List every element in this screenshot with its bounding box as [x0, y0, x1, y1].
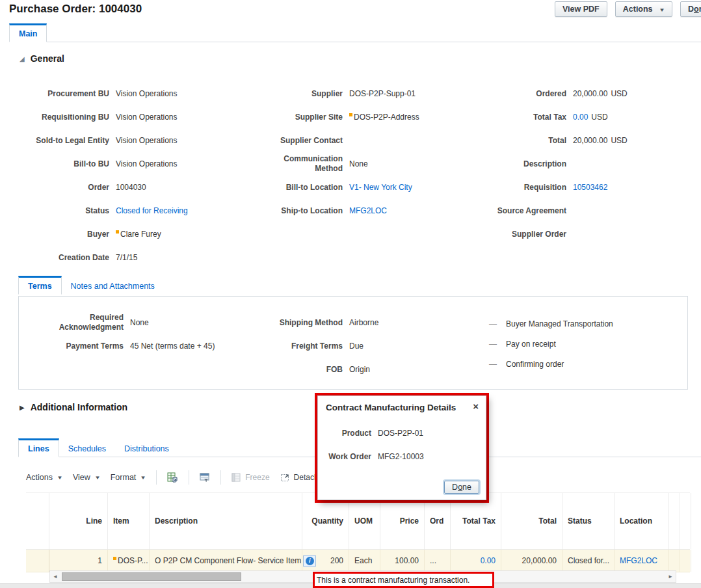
- cell-total: 20,000.00: [501, 550, 562, 572]
- close-icon[interactable]: ×: [473, 401, 479, 411]
- field-status: Status Closed for Receiving: [18, 199, 188, 222]
- actions-label: Actions: [623, 5, 653, 14]
- field-label: Total Tax: [475, 113, 573, 122]
- scroll-right-arrow-icon[interactable]: ►: [665, 571, 676, 582]
- page-title: Purchase Order: 1004030: [9, 3, 142, 16]
- lines-format-menu[interactable]: Format ▼: [111, 473, 146, 482]
- field-label: Requisition: [475, 183, 573, 193]
- detach-button[interactable]: Detach: [280, 473, 319, 482]
- field-label: Payment Terms: [25, 341, 130, 351]
- tab-distributions[interactable]: Distributions: [115, 440, 178, 457]
- field-label: Supplier Site: [258, 113, 349, 122]
- query-by-example-button[interactable]: [200, 473, 210, 483]
- general-section-toggle[interactable]: ◢ General: [20, 53, 64, 64]
- terms-column-2: Shipping Method Airborne Freight Terms D…: [258, 311, 378, 381]
- changed-indicator: [116, 230, 119, 234]
- field-label: Ship-to Location: [258, 206, 349, 216]
- terms-tabbar: Terms Notes and Attachments: [18, 276, 688, 294]
- lines-view-menu[interactable]: View ▼: [73, 473, 100, 482]
- col-header-description[interactable]: Description: [150, 493, 302, 549]
- additional-info-toggle[interactable]: ▶ Additional Information: [20, 402, 127, 412]
- field-value: DOS-P2P-Address: [354, 113, 419, 122]
- field-label: Sold-to Legal Entity: [18, 136, 116, 146]
- cell-ord: ...: [425, 550, 451, 572]
- col-header-item[interactable]: Item: [108, 493, 150, 549]
- chevron-down-icon: ▼: [659, 7, 665, 13]
- changed-indicator: [113, 557, 116, 560]
- tab-terms[interactable]: Terms: [18, 276, 62, 295]
- field-label: Shipping Method: [258, 318, 349, 328]
- checkbox-label: Pay on receipt: [506, 340, 556, 349]
- field-supplier: Supplier DOS-P2P-Supp-01: [258, 82, 419, 105]
- col-header-total[interactable]: Total: [501, 493, 562, 549]
- export-to-excel-button[interactable]: [167, 472, 178, 483]
- view-pdf-label: View PDF: [562, 5, 600, 14]
- field-label: Procurement BU: [18, 89, 116, 99]
- chevron-down-icon: ▼: [94, 475, 101, 481]
- bill-to-location-link[interactable]: V1- New York City: [349, 183, 412, 192]
- field-description: Description: [475, 152, 628, 176]
- field-value: 1004030: [116, 183, 146, 192]
- status-link[interactable]: Closed for Receiving: [116, 206, 188, 215]
- field-value: 45 Net (terms date + 45): [130, 341, 215, 351]
- tab-schedules[interactable]: Schedules: [59, 440, 115, 457]
- field-value: MFG2-10003: [378, 452, 424, 461]
- requisition-link[interactable]: 10503462: [573, 183, 607, 192]
- lines-actions-menu[interactable]: Actions ▼: [26, 473, 62, 482]
- field-ship-to-location: Ship-to Location MFG2LOC: [258, 199, 419, 222]
- field-label: Supplier Order: [475, 230, 573, 239]
- field-label: Bill-to Location: [258, 183, 349, 193]
- actions-menu-button[interactable]: Actions ▼: [615, 1, 672, 17]
- general-heading: General: [31, 53, 64, 64]
- scrollbar-thumb[interactable]: [62, 572, 241, 581]
- field-label: Ordered: [475, 89, 573, 99]
- freeze-button: Freeze: [231, 473, 269, 482]
- currency-code: USD: [611, 136, 627, 145]
- tab-lines[interactable]: Lines: [18, 438, 59, 457]
- field-communication-method: Communication Method None: [258, 152, 419, 176]
- terms-column-1: Required Acknowledgment None Payment Ter…: [25, 311, 215, 358]
- field-label: FOB: [258, 365, 349, 375]
- done-button[interactable]: Done: [680, 1, 701, 17]
- view-pdf-button[interactable]: View PDF: [555, 1, 607, 17]
- field-procurement-bu: Procurement BU Vision Operations: [18, 82, 188, 105]
- row-selector-cell[interactable]: [26, 550, 49, 572]
- row-location-link[interactable]: MFG2LOC: [620, 556, 657, 565]
- row-total-tax-link[interactable]: 0.00: [481, 556, 496, 565]
- ship-to-location-link[interactable]: MFG2LOC: [349, 206, 387, 215]
- field-label: Communication Method: [258, 154, 349, 174]
- cell-line: 1: [49, 550, 108, 572]
- changed-indicator: [349, 113, 352, 116]
- popup-done-button[interactable]: Done: [444, 481, 479, 494]
- field-label: Product: [323, 429, 378, 438]
- col-header-location[interactable]: Location: [615, 493, 669, 549]
- col-header-line[interactable]: Line: [49, 493, 108, 549]
- contract-mfg-tooltip-text: This is a contract manufacturing transac…: [317, 576, 470, 585]
- checkbox-buyer-managed-transportation: — Buyer Managed Transportation: [489, 314, 613, 334]
- col-header-status[interactable]: Status: [562, 493, 615, 549]
- table-row[interactable]: 1 DOS-P... O P2P CM Component Flow- Serv…: [26, 550, 690, 572]
- field-label: Status: [18, 206, 116, 216]
- field-value: Vision Operations: [116, 136, 178, 145]
- field-work-order: Work Order MFG2-10003: [323, 445, 486, 468]
- field-ordered: Ordered 20,000.00 USD: [475, 82, 628, 105]
- field-value: Airborne: [349, 318, 378, 327]
- chevron-down-icon: ▼: [140, 475, 147, 481]
- field-value: None: [349, 159, 368, 168]
- detach-icon: [280, 473, 290, 482]
- unchecked-indicator-icon: —: [489, 340, 506, 349]
- terms-checkbox-column: — Buyer Managed Transportation — Pay on …: [489, 314, 613, 374]
- checkbox-label: Buyer Managed Transportation: [506, 319, 613, 328]
- tab-notes-and-attachments[interactable]: Notes and Attachments: [62, 278, 164, 294]
- total-tax-link[interactable]: 0.00: [573, 113, 588, 122]
- checkbox-label: Confirming order: [506, 360, 564, 369]
- tab-main[interactable]: Main: [9, 23, 47, 42]
- cell-uom: Each: [349, 550, 380, 572]
- toolbar-separator: [189, 470, 189, 485]
- field-label: Order: [18, 183, 116, 193]
- field-buyer: Buyer Clare Furey: [18, 222, 188, 246]
- scroll-left-arrow-icon[interactable]: ◄: [50, 571, 60, 582]
- field-value: Clare Furey: [120, 230, 161, 239]
- field-label: Requisitioning BU: [18, 113, 116, 122]
- field-source-agreement: Source Agreement: [475, 199, 628, 222]
